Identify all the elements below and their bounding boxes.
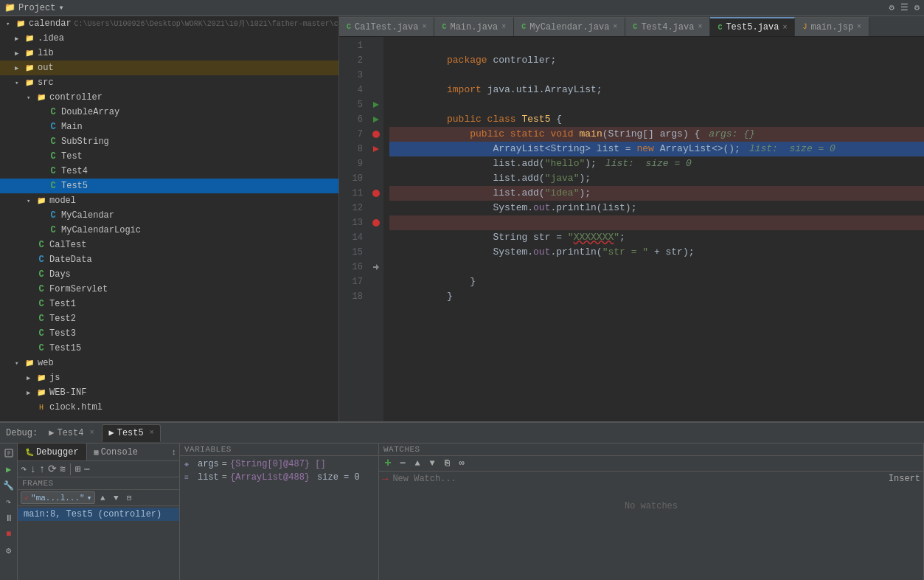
gear-icon[interactable]: ⚙ [914, 2, 920, 13]
tree-item-webinf[interactable]: ▶ 📁 WEB-INF [0, 385, 338, 400]
tree-item-js[interactable]: ▶ 📁 js [0, 370, 338, 385]
tree-item-datedata[interactable]: ▶ C DateData [0, 252, 338, 267]
svg-point-5 [372, 219, 380, 227]
tree-item-model[interactable]: ▾ 📁 model [0, 193, 338, 208]
editor-area: C CalTest.java × C Main.java × C MyCalen… [339, 16, 924, 421]
thread-select[interactable]: ✓ "ma...l..." ▾ [21, 491, 95, 504]
code-line-13: String str = "XXXXXXX"; [389, 215, 924, 230]
debug-stop[interactable]: ■ [2, 528, 15, 541]
settings-icon[interactable]: ⚙ [889, 2, 895, 13]
tree-item-caltest[interactable]: ▶ C CalTest [0, 238, 338, 252]
project-icon: 📁 [4, 2, 15, 13]
tab-debugger[interactable]: 🐛Debugger [18, 443, 87, 460]
tree-item-test3[interactable]: ▶ C Test3 [0, 326, 338, 341]
code-content[interactable]: package controller; import java.util.Arr… [383, 37, 924, 421]
tree-item-mycalendarlogic[interactable]: ▶ C MyCalendarLogic [0, 223, 338, 238]
run-to-cursor-btn[interactable]: ⟳ [48, 463, 57, 475]
add-watch-btn[interactable]: + [382, 458, 394, 469]
top-bar: 📁 Project ▾ ⚙ ☰ ⚙ [0, 0, 924, 16]
new-watch-arrow: → [382, 473, 388, 485]
svg-marker-0 [373, 102, 379, 108]
tree-item-src[interactable]: ▾ 📁 src [0, 75, 338, 90]
editor-tabs: C CalTest.java × C Main.java × C MyCalen… [339, 16, 924, 37]
watch-up-btn[interactable]: ▲ [411, 458, 423, 469]
tree-item-substring[interactable]: ▶ C SubString [0, 134, 338, 149]
remove-watch-btn[interactable]: − [397, 458, 409, 469]
tab-test5[interactable]: C Test5.java × [710, 17, 795, 36]
eval-btn[interactable]: ≋ [60, 463, 66, 475]
tab-mainjsp[interactable]: J main.jsp × [795, 17, 869, 36]
main-layout: ▾ 📁 calendar C:\Users\U100926\Desktop\WO… [0, 16, 924, 421]
debug-toolbar-btn-1[interactable]: ↕ [171, 448, 176, 457]
variables-section: Variables ◈ args = {String[0]@487} [] ≡ … [180, 443, 379, 580]
debug-tab-icon-test4: ▶ [49, 427, 54, 438]
project-menu[interactable]: 📁 Project ▾ [4, 2, 64, 13]
step-into-btn[interactable]: ↓ [29, 463, 35, 475]
debugger-icon: 🐛 [25, 448, 34, 457]
copy-watch-btn[interactable]: ⎘ [441, 458, 453, 469]
debug-resume-btn[interactable]: ▶ [2, 463, 15, 476]
debug-icon-1[interactable] [2, 446, 15, 460]
tree-item-web[interactable]: ▾ 📁 web [0, 356, 338, 370]
debug-panel: Debug: ▶ Test4 × ▶ Test5 × ▶ 🔧 ↷ ⏸ ■ ⚙ [0, 421, 924, 580]
tree-item-doublearray[interactable]: ▶ C DoubleArray [0, 105, 338, 120]
tree-root[interactable]: ▾ 📁 calendar C:\Users\U100926\Desktop\WO… [0, 16, 338, 31]
tree-item-test4[interactable]: ▶ C Test4 [0, 164, 338, 179]
tree-item-test2[interactable]: ▶ C Test2 [0, 311, 338, 326]
tree-item-test5[interactable]: ▶ C Test5 [0, 179, 338, 193]
tree-item-days[interactable]: ▶ C Days [0, 267, 338, 282]
close-debug-tab-test4[interactable]: × [89, 429, 94, 437]
variables-header: Variables [180, 443, 378, 456]
close-debug-tab-test5[interactable]: × [150, 429, 154, 437]
frames-item-main8[interactable]: main:8, Test5 (controller) [18, 508, 179, 521]
watches-section: Watches + − ▲ ▼ ⎘ ∞ → Insert No watches [379, 443, 924, 580]
thread-select-arrow: ▾ [87, 493, 92, 503]
step-out-btn[interactable]: ↑ [39, 463, 45, 475]
frames-toolbar: ✓ "ma...l..." ▾ ▲ ▼ ⊟ [18, 490, 179, 506]
gutter [369, 37, 383, 421]
frames-up-btn[interactable]: ▲ [97, 492, 108, 504]
debug-pause[interactable]: ⏸ [2, 511, 15, 525]
tree-item-formservlet[interactable]: ▶ C FormServlet [0, 282, 338, 297]
tree-item-controller[interactable]: ▾ 📁 controller [0, 90, 338, 105]
debug-settings[interactable]: ⚙ [2, 544, 15, 557]
frames-btn[interactable]: ⊞ [75, 463, 81, 475]
top-bar-icons: ⚙ ☰ ⚙ [889, 2, 920, 13]
tree-item-test1[interactable]: ▶ C Test1 [0, 297, 338, 311]
tab-mycalendar[interactable]: C MyCalendar.java × [514, 17, 625, 36]
frames-filter-btn[interactable]: ⊟ [123, 492, 135, 504]
var-item-args[interactable]: ◈ args = {String[0]@487} [] [180, 458, 378, 471]
more-btn[interactable]: ⋯ [84, 463, 90, 475]
tree-item-lib[interactable]: ▶ 📁 lib [0, 46, 338, 61]
tree-item-idea[interactable]: ▶ 📁 .idea [0, 31, 338, 46]
variables-content: ◈ args = {String[0]@487} [] ≡ list = {Ar… [180, 456, 378, 580]
debug-tool-icon[interactable]: 🔧 [2, 479, 15, 492]
new-watch-input[interactable] [392, 474, 885, 484]
tab-main[interactable]: C Main.java × [434, 17, 514, 36]
insert-watch-btn[interactable]: Insert [889, 474, 920, 484]
no-watches-message: No watches [379, 486, 923, 526]
var-item-list[interactable]: ≡ list = {ArrayList@488} size = 0 [180, 471, 378, 484]
tree-item-clockhtml[interactable]: ▶ H clock.html [0, 400, 338, 415]
tab-console[interactable]: ▦Console [87, 443, 145, 460]
watch-loop-btn[interactable]: ∞ [456, 458, 468, 469]
watch-down-btn[interactable]: ▼ [426, 458, 438, 469]
new-watch-row: → Insert [379, 472, 923, 486]
tab-caltest[interactable]: C CalTest.java × [339, 17, 434, 36]
tree-item-out[interactable]: ▶ 📁 out [0, 61, 338, 75]
debug-tab-test5[interactable]: ▶ Test5 × [102, 424, 160, 442]
tree-item-test15[interactable]: ▶ C Test15 [0, 341, 338, 356]
tree-item-test[interactable]: ▶ C Test [0, 149, 338, 164]
code-line-16: } [389, 260, 924, 275]
debug-label: Debug: [3, 428, 41, 438]
watches-header: Watches [379, 443, 923, 456]
layout-icon[interactable]: ☰ [900, 2, 909, 13]
tab-test4[interactable]: C Test4.java × [625, 17, 710, 36]
debug-step-over[interactable]: ↷ [2, 495, 15, 508]
project-dropdown-arrow: ▾ [58, 2, 63, 13]
step-over-btn[interactable]: ↷ [21, 463, 27, 475]
tree-item-mycalendar[interactable]: ▶ C MyCalendar [0, 208, 338, 223]
tree-item-main[interactable]: ▶ C Main [0, 120, 338, 134]
frames-down-btn[interactable]: ▼ [110, 492, 122, 504]
debug-tab-test4[interactable]: ▶ Test4 × [42, 424, 100, 442]
